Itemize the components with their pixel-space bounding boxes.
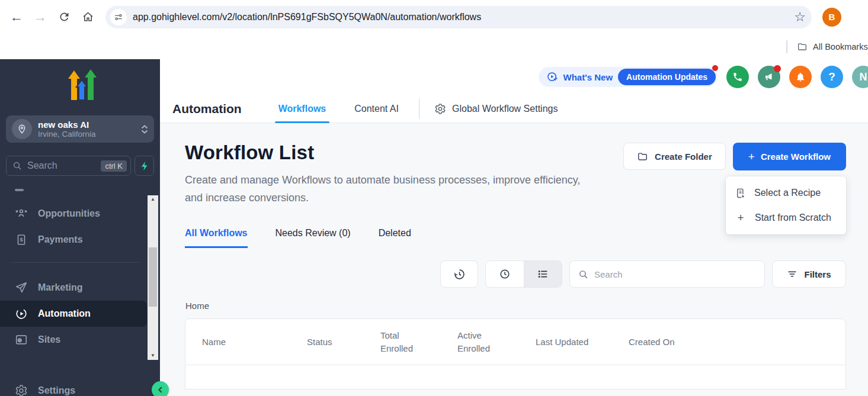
sidebar-scrollbar[interactable]: ▲ ▼ <box>148 195 158 360</box>
create-folder-button[interactable]: Create Folder <box>623 143 726 170</box>
location-text: new oaks AI Irvine, California <box>38 120 141 139</box>
question-mark-icon: ? <box>828 70 835 83</box>
bookmarks-bar: All Bookmarks <box>0 34 868 59</box>
bookmarks-separator <box>786 40 787 53</box>
sidebar-search-input[interactable]: Search ctrl K <box>6 156 131 176</box>
clock-icon <box>499 268 511 280</box>
address-bar[interactable]: app.gohighlevel.com/v2/location/lnPS691g… <box>105 6 812 28</box>
column-header-active-enrolled: Active Enrolled <box>457 329 536 355</box>
phone-icon <box>732 72 743 82</box>
tab-deleted[interactable]: Deleted <box>379 228 411 248</box>
whats-new-pill[interactable]: What's New Automation Updates <box>539 67 718 87</box>
sidebar-item-label: Settings <box>38 385 75 396</box>
column-header-name: Name <box>202 336 307 349</box>
location-pin-icon <box>12 119 32 139</box>
app-topbar: What's New Automation Updates ? N <box>160 59 868 95</box>
tab-all-workflows[interactable]: All Workflows <box>185 228 248 248</box>
location-name: new oaks AI <box>38 120 141 130</box>
site-settings-icon[interactable] <box>110 9 127 25</box>
menu-item-start-from-scratch[interactable]: + Start from Scratch <box>726 205 846 230</box>
notification-dot <box>712 65 718 71</box>
user-avatar[interactable]: N <box>852 66 868 88</box>
scrollbar-thumb[interactable] <box>149 247 157 307</box>
browser-toolbar: ← → app.gohighlevel.com/v2/location/lnPS… <box>0 0 868 34</box>
scroll-up-icon[interactable]: ▲ <box>150 195 155 204</box>
bell-icon <box>795 72 806 82</box>
sidebar-item-opportunities[interactable]: Opportunities <box>0 201 160 227</box>
tab-workflows[interactable]: Workflows <box>271 95 334 123</box>
search-icon <box>12 161 22 170</box>
browser-back-icon[interactable]: ← <box>5 5 28 29</box>
location-switcher[interactable]: new oaks AI Irvine, California <box>6 115 154 143</box>
history-button[interactable] <box>440 260 478 288</box>
create-workflow-label: Create Workflow <box>761 152 831 162</box>
workflow-list-title: Workflow List <box>185 141 600 164</box>
view-toggle-list-option[interactable] <box>524 261 562 287</box>
quick-actions-button[interactable] <box>134 156 154 176</box>
svg-text:$: $ <box>20 237 23 243</box>
chevron-up-down-icon <box>141 125 148 134</box>
sidebar-item-label: Sites <box>38 334 60 345</box>
scrolled-item-stub <box>15 189 24 191</box>
search-icon <box>578 269 588 279</box>
search-placeholder: Search <box>594 269 623 279</box>
view-toggle-time-option[interactable] <box>486 261 524 287</box>
ctrl-k-shortcut-badge: ctrl K <box>101 160 127 172</box>
view-toggle <box>485 260 562 288</box>
sidebar-item-label: Automation <box>38 308 91 319</box>
menu-item-label: Select a Recipe <box>754 188 821 198</box>
lightning-bolt-icon <box>140 161 149 171</box>
help-button[interactable]: ? <box>821 66 843 88</box>
workflow-table: Name Status Total Enrolled Active Enroll… <box>185 318 846 389</box>
notification-dot <box>774 65 781 72</box>
marketing-icon <box>15 281 28 294</box>
tab-content-ai[interactable]: Content AI <box>347 95 406 123</box>
tab-needs-review[interactable]: Needs Review (0) <box>276 228 351 248</box>
phone-button[interactable] <box>726 66 749 88</box>
browser-reload-icon[interactable] <box>52 5 76 29</box>
folder-icon <box>799 43 806 49</box>
announcements-button[interactable] <box>758 66 780 88</box>
filter-icon <box>787 269 797 279</box>
gohighlevel-logo-icon <box>0 59 160 104</box>
url-text[interactable]: app.gohighlevel.com/v2/location/lnPS691g… <box>133 12 789 22</box>
list-toolbar: Search Filters <box>185 260 846 288</box>
browser-forward-icon[interactable]: → <box>28 5 52 29</box>
header-separator <box>419 99 419 119</box>
whats-new-label: What's New <box>563 72 613 82</box>
sidebar-item-marketing[interactable]: Marketing <box>0 275 160 301</box>
sidebar-item-automation[interactable]: Automation <box>0 301 147 327</box>
bookmark-star-icon[interactable]: ☆ <box>794 9 806 25</box>
table-header-row: Name Status Total Enrolled Active Enroll… <box>185 319 845 365</box>
plus-icon: + <box>748 150 755 163</box>
sidebar-item-sites[interactable]: Sites <box>0 327 160 353</box>
all-bookmarks-button[interactable]: All Bookmarks <box>797 41 868 52</box>
sidebar: new oaks AI Irvine, California Search ct… <box>0 59 160 396</box>
settings-gear-icon <box>15 384 28 396</box>
main-area: What's New Automation Updates ? N Aut <box>160 59 868 396</box>
workflow-search-input[interactable]: Search <box>569 260 765 288</box>
menu-item-select-a-recipe[interactable]: Select a Recipe <box>726 181 846 205</box>
breadcrumb-home[interactable]: Home <box>185 301 846 311</box>
notifications-button[interactable] <box>789 66 812 88</box>
automation-icon <box>15 307 28 320</box>
scroll-down-icon[interactable]: ▼ <box>150 352 155 360</box>
sidebar-collapse-button[interactable] <box>152 381 169 396</box>
sidebar-nav: Opportunities $ Payments Marketing Autom… <box>0 189 160 353</box>
sidebar-item-settings[interactable]: Settings <box>0 378 147 396</box>
recipe-document-icon <box>735 188 746 199</box>
sidebar-item-label: Payments <box>38 234 83 245</box>
automation-updates-badge[interactable]: Automation Updates <box>618 69 716 85</box>
sidebar-item-payments[interactable]: $ Payments <box>0 227 160 253</box>
sidebar-divider <box>11 262 139 263</box>
payments-icon: $ <box>15 233 28 246</box>
create-workflow-button[interactable]: + Create Workflow <box>733 143 846 170</box>
global-workflow-settings-link[interactable]: Global Workflow Settings <box>434 103 558 115</box>
filters-button[interactable]: Filters <box>772 260 846 288</box>
filters-label: Filters <box>804 269 831 279</box>
sidebar-search-placeholder: Search <box>27 160 101 171</box>
avatar-initial: N <box>860 71 867 83</box>
history-icon <box>453 268 466 281</box>
browser-profile-avatar[interactable]: B <box>822 8 841 27</box>
browser-home-icon[interactable] <box>76 5 100 29</box>
